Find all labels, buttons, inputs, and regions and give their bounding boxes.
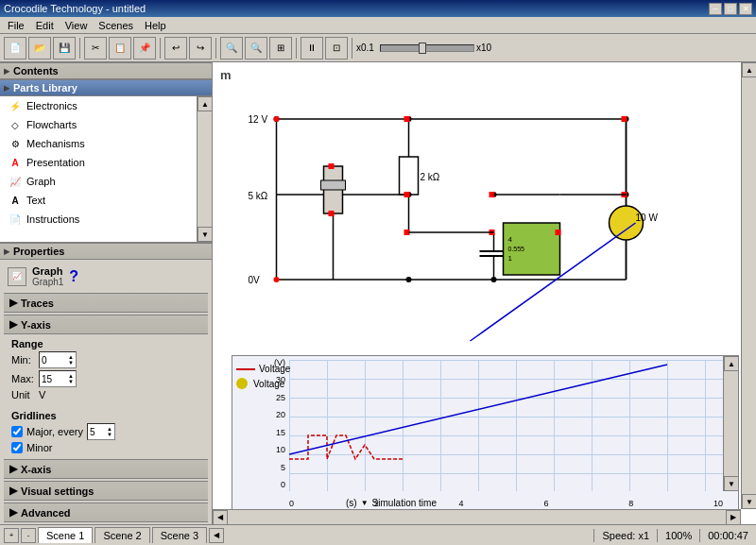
- menu-edit[interactable]: Edit: [30, 19, 60, 32]
- lib-item-instructions[interactable]: 📄 Instructions: [0, 210, 212, 229]
- max-value: 15: [42, 374, 52, 384]
- zoom-track[interactable]: [380, 44, 474, 52]
- parts-library-header[interactable]: ▶ Parts Library: [0, 79, 212, 96]
- x-axis-description: Simulation time: [372, 498, 437, 508]
- traces-section-header[interactable]: ▶ Traces: [4, 293, 208, 313]
- major-checkbox[interactable]: [11, 426, 23, 437]
- canvas-scroll-right[interactable]: ▶: [726, 510, 741, 525]
- canvas-vscrollbar[interactable]: ▲ ▼: [741, 62, 756, 509]
- contents-header[interactable]: ▶ Contents: [0, 62, 212, 79]
- min-spin-arrows[interactable]: ▲ ▼: [68, 354, 74, 366]
- lib-item-electronics[interactable]: ⚡ Electronics: [0, 96, 212, 115]
- lib-item-graph[interactable]: 📈 Graph: [0, 172, 212, 191]
- frame-button[interactable]: ⊡: [325, 37, 348, 60]
- scroll-up-btn[interactable]: ▲: [198, 96, 212, 111]
- copy-button[interactable]: 📋: [109, 37, 131, 60]
- min-row: Min: 0 ▲ ▼: [11, 351, 200, 368]
- parts-library: ⚡ Electronics ◇ Flowcharts ⚙ Mechanisms …: [0, 96, 212, 243]
- pause-button[interactable]: ⏸: [301, 37, 323, 60]
- prop-item-row: 📈 Graph Graph1 ?: [4, 264, 208, 289]
- legend-item-red: Voltage: [236, 364, 290, 374]
- speed-label: Speed: x1: [602, 530, 649, 541]
- canvas-scroll-left[interactable]: ◀: [213, 510, 228, 525]
- parts-library-label: Parts Library: [13, 82, 77, 94]
- parts-arrow: ▶: [4, 84, 9, 93]
- redo-button[interactable]: ↪: [189, 37, 212, 60]
- prop-name-group: Graph Graph1: [32, 265, 63, 287]
- zoom-out-button[interactable]: 🔍: [245, 37, 267, 60]
- scene-add-btn[interactable]: +: [4, 528, 19, 543]
- menu-view[interactable]: View: [60, 19, 94, 32]
- visual-settings-header[interactable]: ▶ Visual settings: [4, 481, 208, 501]
- zoom-in-button[interactable]: 🔍: [220, 37, 243, 60]
- paste-button[interactable]: 📌: [133, 37, 156, 60]
- canvas-hscrollbar[interactable]: ◀ ▶: [213, 509, 741, 524]
- min-down-arrow[interactable]: ▼: [68, 360, 74, 366]
- lib-label-flowcharts: Flowcharts: [26, 119, 77, 130]
- x-axis-label-row: (s) ▼ Simulation time: [346, 498, 437, 508]
- menu-scenes[interactable]: Scenes: [93, 19, 139, 32]
- window-controls: ─ □ ✕: [709, 3, 752, 15]
- scene-tab-1[interactable]: Scene 1: [38, 527, 93, 543]
- new-button[interactable]: 📄: [4, 37, 26, 60]
- menu-help[interactable]: Help: [139, 19, 172, 32]
- minimize-button[interactable]: ─: [709, 3, 722, 15]
- properties-header[interactable]: ▶ Properties: [0, 243, 212, 260]
- parts-scrollbar[interactable]: ▲ ▼: [197, 96, 212, 242]
- lib-label-presentation: Presentation: [26, 157, 85, 168]
- lib-item-mechanisms[interactable]: ⚙ Mechanisms: [0, 134, 212, 153]
- canvas-area[interactable]: m 12 V 2 kΩ: [213, 62, 756, 524]
- x-label-6: 6: [543, 499, 548, 508]
- major-down-arrow[interactable]: ▼: [107, 432, 112, 437]
- left-panel: ▶ Contents ▶ Parts Library ⚡ Electronics…: [0, 62, 213, 524]
- lib-item-presentation[interactable]: A Presentation: [0, 153, 212, 172]
- scene-tab-2[interactable]: Scene 2: [94, 527, 149, 543]
- x-axis-section-header[interactable]: ▶ X-axis: [4, 459, 208, 479]
- min-value: 0: [42, 355, 47, 366]
- lib-item-text[interactable]: A Text: [0, 191, 212, 210]
- help-button[interactable]: ?: [69, 268, 78, 285]
- graph-icon: 📈: [8, 174, 23, 189]
- zoom-thumb[interactable]: [419, 43, 426, 54]
- save-button[interactable]: 💾: [53, 37, 76, 60]
- scene-tab-3[interactable]: Scene 3: [152, 527, 207, 543]
- scene-scroll-left[interactable]: ◀: [209, 528, 224, 543]
- menu-file[interactable]: File: [2, 19, 30, 32]
- canvas-scroll-up[interactable]: ▲: [742, 62, 756, 77]
- max-spin[interactable]: 15 ▲ ▼: [39, 370, 77, 387]
- graph-scroll-down[interactable]: ▼: [724, 476, 739, 491]
- major-spin[interactable]: 5 ▲ ▼: [87, 423, 115, 440]
- main-layout: ▶ Contents ▶ Parts Library ⚡ Electronics…: [0, 62, 756, 524]
- svg-text:4: 4: [508, 235, 513, 244]
- close-button[interactable]: ✕: [739, 3, 752, 15]
- zoom-slider-container[interactable]: [380, 44, 474, 52]
- svg-rect-47: [329, 163, 335, 169]
- max-down-arrow[interactable]: ▼: [68, 379, 74, 384]
- svg-point-33: [491, 277, 497, 282]
- y-axis-section-header[interactable]: ▶ Y-axis: [4, 315, 208, 334]
- svg-text:12 V: 12 V: [249, 114, 268, 125]
- major-row: Major, every 5 ▲ ▼: [11, 423, 200, 440]
- major-spin-arrows[interactable]: ▲ ▼: [107, 426, 112, 437]
- graph-vscrollbar[interactable]: ▲ ▼: [723, 356, 738, 491]
- prop-item-label: Graph: [32, 265, 63, 277]
- lib-item-flowcharts[interactable]: ◇ Flowcharts: [0, 115, 212, 134]
- advanced-header[interactable]: ▶ Advanced: [4, 502, 208, 522]
- min-spin[interactable]: 0 ▲ ▼: [39, 351, 77, 368]
- scene-tabs-container: + - Scene 1 Scene 2 Scene 3 ◀: [0, 527, 228, 543]
- scene-remove-btn[interactable]: -: [21, 528, 36, 543]
- status-div3: [699, 529, 700, 542]
- canvas-scroll-down[interactable]: ▼: [742, 494, 756, 509]
- scroll-down-btn[interactable]: ▼: [198, 227, 212, 242]
- cut-button[interactable]: ✂: [84, 37, 107, 60]
- undo-button[interactable]: ↩: [164, 37, 187, 60]
- minor-checkbox[interactable]: [11, 442, 23, 453]
- graph-scroll-up[interactable]: ▲: [724, 356, 739, 371]
- status-right: Speed: x1 100% 00:00:47: [586, 529, 756, 542]
- instructions-icon: 📄: [8, 212, 23, 227]
- maximize-button[interactable]: □: [724, 3, 737, 15]
- y-label-25: 25: [232, 393, 289, 402]
- max-spin-arrows[interactable]: ▲ ▼: [68, 373, 74, 384]
- open-button[interactable]: 📂: [28, 37, 51, 60]
- fit-button[interactable]: ⊞: [269, 37, 292, 60]
